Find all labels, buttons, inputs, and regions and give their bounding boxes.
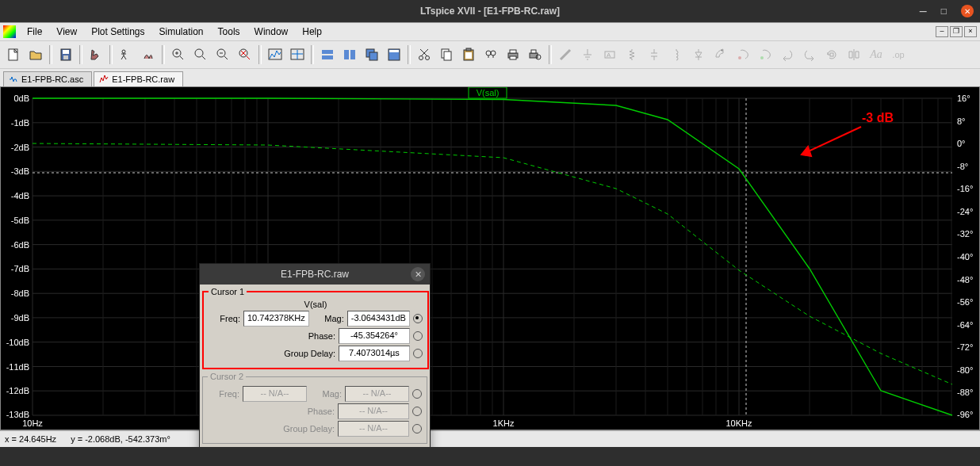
menu-tools[interactable]: Tools bbox=[212, 25, 247, 39]
svg-text:-11dB: -11dB bbox=[6, 362, 29, 372]
new-schematic-button[interactable] bbox=[3, 44, 24, 65]
cursor1-phase-radio[interactable] bbox=[413, 331, 423, 341]
ground-button[interactable] bbox=[577, 44, 598, 65]
cursor1-freq-value[interactable]: 10.742378KHz bbox=[243, 311, 309, 327]
svg-text:-2dB: -2dB bbox=[11, 143, 29, 152]
zoom-in-button[interactable] bbox=[168, 44, 189, 65]
cursor-dialog[interactable]: E1-FPB-RC.raw ✕ Cursor 1 V(sal) Freq: 10… bbox=[199, 263, 431, 447]
mirror-button[interactable] bbox=[844, 44, 864, 65]
control-panel-button[interactable] bbox=[86, 44, 106, 65]
waveform-icon bbox=[99, 74, 109, 84]
mdi-minimize-button[interactable]: – bbox=[936, 26, 948, 37]
copy-button[interactable] bbox=[436, 44, 457, 65]
dialog-close-button[interactable]: ✕ bbox=[411, 267, 425, 281]
label-button[interactable]: A bbox=[599, 44, 620, 65]
cascade-button[interactable] bbox=[362, 44, 382, 65]
diode-button[interactable] bbox=[688, 44, 709, 65]
resistor-button[interactable] bbox=[622, 44, 642, 65]
menu-file[interactable]: File bbox=[21, 25, 48, 39]
redo-button[interactable] bbox=[799, 44, 820, 65]
menubar: File View Plot Settings Simulation Tools… bbox=[0, 22, 980, 40]
dialog-titlebar[interactable]: E1-FPB-RC.raw ✕ bbox=[200, 264, 430, 285]
open-button[interactable] bbox=[25, 44, 46, 65]
capacitor-button[interactable] bbox=[644, 44, 664, 65]
svg-text:-9dB: -9dB bbox=[11, 313, 29, 323]
plot-area[interactable]: 0dB-1dB-2dB-3dB-4dB-5dB-6dB-7dB-8dB-9dB-… bbox=[0, 86, 980, 430]
move-button[interactable] bbox=[733, 44, 753, 65]
cursor1-gd-value[interactable]: 7.4073014µs bbox=[339, 346, 410, 361]
spice-directive-button[interactable]: .op bbox=[888, 44, 909, 65]
db-annotation: -3 dB bbox=[862, 111, 894, 125]
menu-window[interactable]: Window bbox=[248, 25, 295, 39]
svg-text:-7dB: -7dB bbox=[11, 264, 29, 273]
status-y: y = -2.068dB, -542.373m° bbox=[71, 434, 170, 444]
svg-text:-16°: -16° bbox=[957, 184, 973, 193]
svg-text:10Hz: 10Hz bbox=[22, 418, 43, 428]
svg-text:1KHz: 1KHz bbox=[493, 418, 515, 428]
cursor1-mag-value[interactable]: -3.0643431dB bbox=[347, 311, 410, 327]
menu-view[interactable]: View bbox=[50, 25, 83, 39]
toolbar: A Aa .op bbox=[0, 40, 980, 68]
save-button[interactable] bbox=[56, 44, 76, 65]
zoom-fit-button[interactable] bbox=[235, 44, 255, 65]
svg-text:-4dB: -4dB bbox=[11, 191, 29, 201]
zoom-out-button[interactable] bbox=[212, 44, 233, 65]
autorange-button[interactable] bbox=[265, 44, 285, 65]
cursor1-legend: Cursor 1 bbox=[209, 287, 247, 296]
inductor-button[interactable] bbox=[666, 44, 687, 65]
svg-rect-12 bbox=[322, 55, 333, 59]
cursor1-group: Cursor 1 V(sal) Freq: 10.742378KHz Mag: … bbox=[202, 287, 429, 369]
halt-button[interactable] bbox=[138, 44, 159, 65]
print-setup-button[interactable] bbox=[525, 44, 546, 65]
cut-button[interactable] bbox=[414, 44, 434, 65]
mdi-restore-button[interactable]: ❐ bbox=[950, 26, 963, 37]
cursor2-legend: Cursor 2 bbox=[208, 372, 246, 381]
schematic-icon bbox=[9, 74, 18, 84]
menu-plot-settings[interactable]: Plot Settings bbox=[85, 25, 151, 39]
run-button[interactable] bbox=[116, 44, 136, 65]
cursor1-phase-value[interactable]: -45.354264° bbox=[339, 328, 410, 344]
tab-waveform[interactable]: E1-FPB-RC.raw bbox=[94, 71, 183, 86]
undo-button[interactable] bbox=[777, 44, 798, 65]
cursor2-phase-radio[interactable] bbox=[412, 407, 422, 416]
add-trace-button[interactable] bbox=[287, 44, 308, 65]
drag-button[interactable] bbox=[755, 44, 775, 65]
rotate-button[interactable] bbox=[821, 44, 842, 65]
ratio-legend: Ratio (Cursor2 / Cursor1) bbox=[208, 446, 310, 447]
svg-point-37 bbox=[760, 56, 764, 59]
svg-rect-2 bbox=[63, 50, 69, 54]
svg-rect-32 bbox=[531, 50, 536, 53]
svg-point-27 bbox=[491, 51, 496, 55]
maximize-button[interactable]: □ bbox=[941, 6, 947, 17]
print-button[interactable] bbox=[503, 44, 523, 65]
document-tabs: E1-FPB-RC.asc E1-FPB-RC.raw bbox=[0, 68, 980, 86]
cursor1-gd-radio[interactable] bbox=[413, 349, 423, 358]
component-button[interactable] bbox=[710, 44, 731, 65]
draw-wire-button[interactable] bbox=[555, 44, 576, 65]
text-button[interactable]: Aa bbox=[866, 44, 886, 65]
paste-button[interactable] bbox=[458, 44, 479, 65]
menu-help[interactable]: Help bbox=[296, 25, 328, 39]
cursor1-mag-radio[interactable] bbox=[413, 314, 423, 323]
close-all-button[interactable] bbox=[384, 44, 404, 65]
pan-button[interactable] bbox=[190, 44, 211, 65]
svg-text:8°: 8° bbox=[957, 116, 966, 126]
svg-text:-6dB: -6dB bbox=[11, 240, 29, 250]
svg-text:-8dB: -8dB bbox=[11, 288, 29, 298]
tile-v-button[interactable] bbox=[339, 44, 360, 65]
menu-simulation[interactable]: Simulation bbox=[153, 25, 210, 39]
cursor2-group: Cursor 2 Freq: -- N/A-- Mag: -- N/A-- Ph… bbox=[202, 372, 427, 444]
cursor2-mag-radio[interactable] bbox=[412, 389, 422, 399]
dialog-title: E1-FPB-RC.raw bbox=[281, 269, 349, 280]
svg-text:-64°: -64° bbox=[957, 320, 973, 330]
svg-text:-5dB: -5dB bbox=[11, 216, 29, 225]
mdi-close-button[interactable]: × bbox=[964, 26, 977, 37]
find-button[interactable] bbox=[480, 44, 501, 65]
os-titlebar: LTspice XVII - [E1-FPB-RC.raw] – □ ✕ bbox=[0, 0, 980, 22]
minimize-button[interactable]: – bbox=[920, 4, 927, 18]
tab-schematic[interactable]: E1-FPB-RC.asc bbox=[3, 71, 92, 86]
cursor2-gd-radio[interactable] bbox=[412, 424, 422, 434]
tile-h-button[interactable] bbox=[317, 44, 338, 65]
close-button[interactable]: ✕ bbox=[961, 5, 974, 17]
svg-rect-22 bbox=[444, 52, 451, 60]
